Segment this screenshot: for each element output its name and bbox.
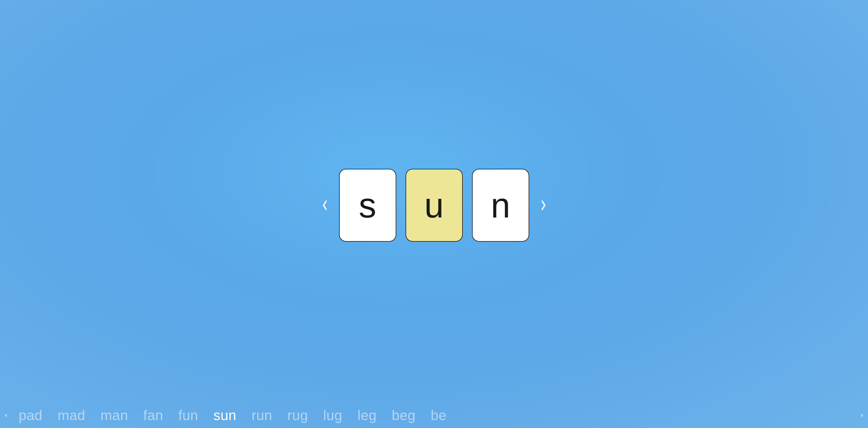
word-item[interactable]: man bbox=[100, 407, 128, 423]
letter-card-2[interactable]: n bbox=[472, 169, 529, 242]
triangle-left-icon bbox=[4, 413, 7, 418]
triangle-right-icon bbox=[861, 413, 864, 418]
strip-next-button[interactable] bbox=[858, 409, 866, 421]
word-strip: pad mad man fan fun sun run rug lug leg … bbox=[0, 407, 868, 423]
main-card-area: s u n bbox=[0, 0, 868, 428]
letter-card-1[interactable]: u bbox=[406, 169, 463, 242]
word-item[interactable]: pad bbox=[19, 407, 42, 423]
prev-word-button[interactable] bbox=[319, 196, 331, 214]
word-item[interactable]: beg bbox=[392, 407, 416, 423]
word-item[interactable]: fan bbox=[143, 407, 163, 423]
word-item-active[interactable]: sun bbox=[213, 407, 237, 423]
word-item[interactable]: lug bbox=[323, 407, 342, 423]
word-list: pad mad man fan fun sun run rug lug leg … bbox=[10, 407, 858, 423]
chevron-left-icon bbox=[322, 200, 328, 211]
next-word-button[interactable] bbox=[537, 196, 549, 214]
letter-card-0[interactable]: s bbox=[339, 169, 396, 242]
word-item[interactable]: rug bbox=[287, 407, 308, 423]
word-item[interactable]: fun bbox=[179, 407, 198, 423]
card-row: s u n bbox=[319, 169, 549, 242]
chevron-right-icon bbox=[540, 200, 547, 211]
strip-prev-button[interactable] bbox=[2, 409, 10, 421]
word-item[interactable]: mad bbox=[58, 407, 86, 423]
letter-cards-container: s u n bbox=[339, 169, 529, 242]
word-item[interactable]: leg bbox=[358, 407, 377, 423]
word-item[interactable]: be bbox=[431, 407, 446, 423]
word-item[interactable]: run bbox=[252, 407, 272, 423]
